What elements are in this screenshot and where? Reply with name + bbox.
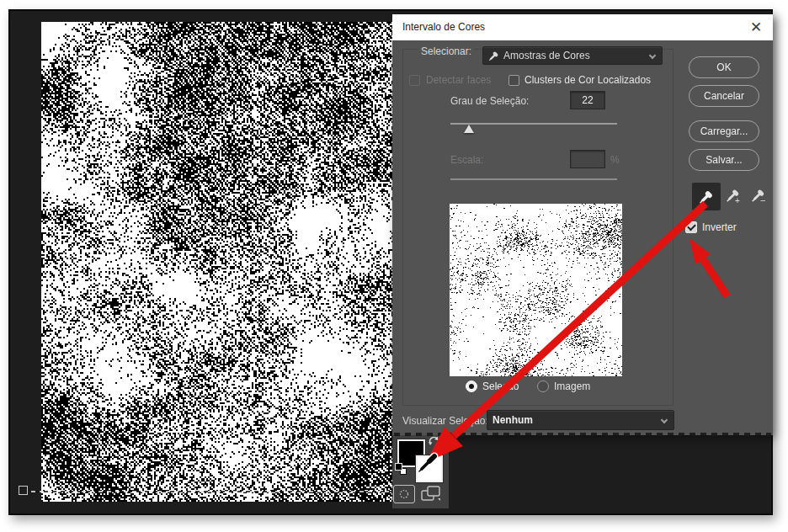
dialog-titlebar[interactable]: Intervalo de Cores ✕ <box>392 14 773 40</box>
preview-select-dropdown[interactable]: Nenhum <box>487 410 674 430</box>
color-range-dialog: Intervalo de Cores ✕ Selecionar: Amostra… <box>392 14 773 435</box>
screenshot-page: Intervalo de Cores ✕ Selecionar: Amostra… <box>0 0 788 532</box>
svg-text:−: − <box>760 195 766 205</box>
dialog-title: Intervalo de Cores <box>402 14 485 40</box>
radio-selection-label: Seleção <box>480 380 521 392</box>
quick-mask-icon <box>397 488 411 500</box>
radio-image[interactable] <box>537 380 549 392</box>
preview-select-label: Visualizar Seleção: <box>400 415 491 427</box>
selection-preview-thumbnail[interactable] <box>450 204 622 376</box>
fuzziness-value-field[interactable]: 22 <box>570 91 605 109</box>
range-slider-track <box>450 178 617 180</box>
select-dropdown-value: Amostras de Cores <box>503 50 590 61</box>
fuzziness-slider-thumb[interactable] <box>464 125 474 133</box>
eyedropper-subtract-button[interactable]: − <box>748 184 771 208</box>
selection-marching-ants-bottom <box>31 491 392 492</box>
screen-mode-icon <box>419 485 443 503</box>
eyedropper-plus-icon: + <box>726 188 743 205</box>
detect-faces-label: Detectar faces <box>423 74 493 86</box>
radio-image-label: Imagem <box>551 380 593 392</box>
chevron-down-icon <box>661 417 668 423</box>
radio-selection[interactable] <box>466 380 477 392</box>
document-canvas-texture <box>41 22 402 502</box>
load-button[interactable]: Carregar... <box>689 120 759 142</box>
canvas-corner-handle <box>19 486 28 495</box>
ok-button[interactable]: OK <box>689 56 759 78</box>
localized-clusters-checkbox[interactable] <box>508 75 519 86</box>
eyedropper-icon <box>699 189 714 205</box>
eyedropper-minus-icon: − <box>751 188 768 205</box>
localized-clusters-label: Clusters de Cor Localizados <box>522 74 653 86</box>
fuzziness-slider-track[interactable] <box>450 123 617 125</box>
select-dropdown[interactable]: Amostras de Cores <box>482 46 663 65</box>
selection-marching-ants-under-dialog <box>394 433 771 436</box>
range-unit-label: % <box>608 154 622 166</box>
close-icon[interactable]: ✕ <box>746 18 766 38</box>
swap-colors-icon[interactable] <box>428 434 441 448</box>
save-button[interactable]: Salvar... <box>689 149 759 171</box>
eyedropper-add-button[interactable]: + <box>722 184 746 208</box>
cancel-button[interactable]: Cancelar <box>689 85 759 107</box>
select-label: Selecionar: <box>418 45 474 57</box>
range-value-field <box>570 150 605 168</box>
invert-label: Inverter <box>700 221 739 233</box>
background-color-swatch[interactable] <box>416 455 443 482</box>
fuzziness-label: Grau de Seleção: <box>448 95 531 107</box>
screen-mode-button[interactable] <box>419 485 443 503</box>
preview-select-value: Nenhum <box>492 414 533 426</box>
quick-mask-button[interactable] <box>393 485 415 503</box>
range-label: Escala: <box>448 154 486 166</box>
sampled-colors-eyedropper-icon <box>488 51 499 61</box>
default-colors-icon[interactable] <box>395 463 408 476</box>
chevron-down-icon <box>649 52 656 59</box>
svg-text:+: + <box>735 196 740 205</box>
default-foreground-square <box>395 463 402 471</box>
detect-faces-checkbox[interactable] <box>409 75 420 86</box>
invert-checkbox[interactable] <box>685 221 697 233</box>
eyedropper-sample-button[interactable] <box>692 183 721 210</box>
